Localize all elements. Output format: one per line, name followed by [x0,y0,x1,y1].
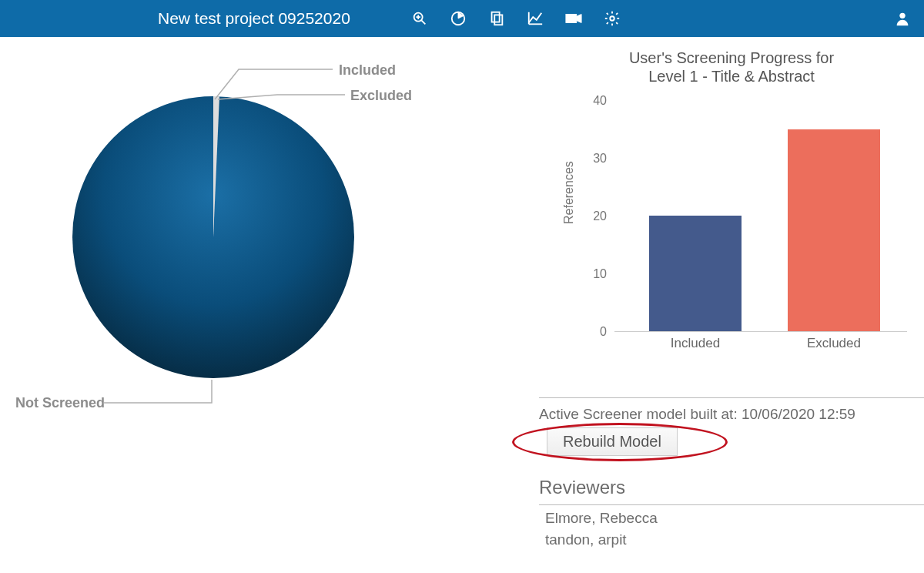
line-chart-icon[interactable] [516,0,554,37]
y-tick: 0 [584,325,607,339]
svg-rect-9 [566,15,577,23]
y-axis-ticks: 0 10 20 30 40 [584,101,607,332]
pie-chart-pane: Included Excluded Not Screened [0,49,539,457]
y-axis-label: References [562,161,576,224]
x-tick-included: Included [649,336,742,351]
gear-icon[interactable] [593,0,631,37]
y-tick: 20 [584,209,607,223]
user-menu-icon[interactable] [887,0,918,37]
svg-marker-10 [577,15,581,23]
pie-label-not-screened: Not Screened [15,395,105,411]
y-tick: 10 [584,267,607,281]
bar-chart-title-line2: Level 1 - Title & Abstract [648,68,815,85]
svg-rect-6 [494,15,502,25]
toolbar [400,0,631,37]
svg-point-11 [610,16,614,21]
bar-excluded [788,129,880,332]
right-pane: User's Screening Progress for Level 1 - … [539,49,924,553]
project-title: New test project 09252020 [158,0,350,37]
bar-chart-title: User's Screening Progress for Level 1 - … [554,49,909,85]
bar-included [649,216,742,331]
y-tick: 30 [584,152,607,166]
x-tick-excluded: Excluded [788,336,880,351]
top-bar: New test project 09252020 [0,0,924,37]
pie-label-included: Included [339,62,396,79]
video-icon[interactable] [554,0,593,37]
plot-area [614,101,907,332]
bar-chart: References 0 10 20 30 40 Included Exclud… [554,85,909,363]
content-area: Included Excluded Not Screened User's Sc… [0,37,924,553]
reviewer-item: tandon, arpit [545,531,924,548]
svg-rect-5 [492,12,500,22]
search-zoom-icon[interactable] [400,0,439,37]
reviewer-item: Elmore, Rebecca [545,510,924,527]
model-built-text: Active Screener model built at: 10/06/20… [539,406,924,423]
pie-label-excluded: Excluded [350,88,412,104]
svg-point-12 [899,13,905,18]
bar-chart-title-line1: User's Screening Progress for [629,49,834,66]
divider [539,397,924,398]
svg-line-1 [421,20,425,24]
documents-icon[interactable] [477,0,516,37]
pie-chart-icon[interactable] [439,0,477,37]
divider [539,504,924,505]
rebuild-model-button[interactable]: Rebuild Model [547,427,678,456]
y-tick: 40 [584,94,607,108]
reviewers-heading: Reviewers [539,477,924,498]
